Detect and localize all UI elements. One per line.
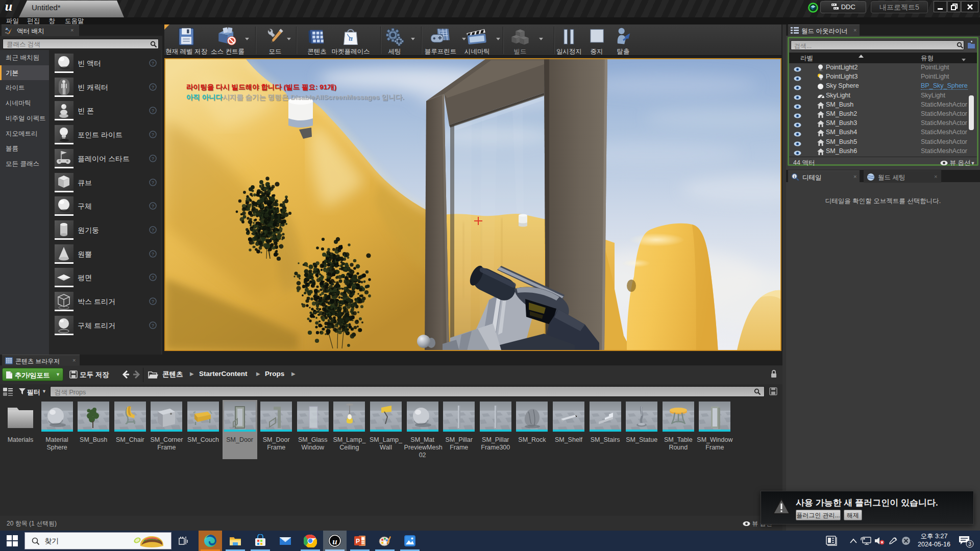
svg-text:?: ? <box>152 204 155 209</box>
svg-text:?: ? <box>152 61 155 66</box>
svg-text:3: 3 <box>968 541 971 547</box>
svg-text:?: ? <box>152 299 155 304</box>
svg-text:?: ? <box>152 180 155 185</box>
svg-text:u: u <box>332 537 337 546</box>
svg-text:u: u <box>5 0 12 13</box>
svg-text:?: ? <box>152 252 155 257</box>
svg-text:?: ? <box>152 228 155 233</box>
svg-text:?: ? <box>152 108 155 113</box>
svg-text:?: ? <box>152 156 155 161</box>
svg-text:P: P <box>356 538 360 545</box>
svg-text:?: ? <box>152 132 155 137</box>
svg-text:?: ? <box>152 323 155 328</box>
svg-text:?: ? <box>152 275 155 280</box>
svg-text:?: ? <box>152 85 155 90</box>
